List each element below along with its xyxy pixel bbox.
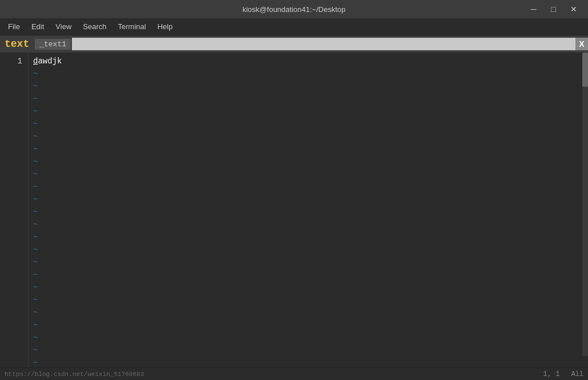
window-title: kiosk@foundation41:~/Desktop bbox=[65, 5, 523, 14]
line-number-empty bbox=[0, 118, 28, 130]
search-bar: text _text1 X bbox=[0, 35, 588, 53]
line-number-empty bbox=[0, 306, 28, 319]
line-number-empty bbox=[0, 155, 28, 168]
menu-edit[interactable]: Edit bbox=[26, 20, 50, 33]
scrollbar[interactable] bbox=[582, 53, 588, 356]
line-number-empty bbox=[0, 105, 28, 118]
tilde-20: ~ bbox=[33, 306, 583, 319]
search-close-button[interactable]: X bbox=[575, 38, 588, 50]
menu-help[interactable]: Help bbox=[152, 20, 179, 33]
code-line-1: dawdjk bbox=[33, 55, 583, 67]
tilde-24: ~ bbox=[33, 357, 583, 367]
search-input[interactable] bbox=[72, 38, 575, 50]
line-number-empty bbox=[0, 256, 28, 269]
line-number-empty bbox=[0, 181, 28, 193]
window-controls: ─ □ ✕ bbox=[523, 0, 583, 18]
tilde-23: ~ bbox=[33, 344, 583, 357]
tilde-18: ~ bbox=[33, 281, 583, 294]
line-number-empty bbox=[0, 168, 28, 181]
line-number-empty bbox=[0, 80, 28, 93]
tilde-16: ~ bbox=[33, 256, 583, 269]
menu-terminal[interactable]: Terminal bbox=[112, 20, 152, 33]
tilde-2: ~ bbox=[33, 80, 583, 93]
tilde-9: ~ bbox=[33, 168, 583, 181]
search-label: text bbox=[0, 38, 34, 50]
line-number-empty bbox=[0, 243, 28, 256]
line-number-empty bbox=[0, 231, 28, 243]
line-number-empty bbox=[0, 143, 28, 155]
maximize-button[interactable]: □ bbox=[543, 0, 563, 18]
tilde-17: ~ bbox=[33, 269, 583, 281]
line-number-empty bbox=[0, 269, 28, 281]
cursor-position: 1, 1 bbox=[543, 370, 560, 378]
tilde-5: ~ bbox=[33, 118, 583, 130]
tilde-13: ~ bbox=[33, 218, 583, 231]
close-button[interactable]: ✕ bbox=[563, 0, 583, 18]
line-number-empty bbox=[0, 67, 28, 80]
line-numbers: 1 bbox=[0, 53, 29, 367]
line-number-empty bbox=[0, 206, 28, 218]
menu-file[interactable]: File bbox=[2, 20, 26, 33]
terminal-window: kiosk@foundation41:~/Desktop ─ □ ✕ File … bbox=[0, 0, 588, 380]
tilde-4: ~ bbox=[33, 105, 583, 118]
editor-area: 1 bbox=[0, 53, 588, 367]
menu-search[interactable]: Search bbox=[77, 20, 112, 33]
line-number-empty bbox=[0, 294, 28, 306]
line-number-empty bbox=[0, 130, 28, 143]
tilde-3: ~ bbox=[33, 93, 583, 105]
tilde-7: ~ bbox=[33, 143, 583, 155]
tilde-21: ~ bbox=[33, 319, 583, 331]
tilde-1: ~ bbox=[33, 67, 583, 80]
status-url: https://blog.csdn.net/weixin_51769683 bbox=[5, 371, 144, 378]
tilde-14: ~ bbox=[33, 231, 583, 243]
line-number-empty bbox=[0, 331, 28, 344]
line-number-empty bbox=[0, 319, 28, 331]
tilde-12: ~ bbox=[33, 206, 583, 218]
minimize-button[interactable]: ─ bbox=[523, 0, 543, 18]
title-bar: kiosk@foundation41:~/Desktop ─ □ ✕ bbox=[0, 0, 588, 18]
line-number-empty bbox=[0, 281, 28, 294]
tilde-10: ~ bbox=[33, 181, 583, 193]
tilde-8: ~ bbox=[33, 155, 583, 168]
view-mode: All bbox=[571, 370, 583, 378]
tilde-22: ~ bbox=[33, 331, 583, 344]
search-tab[interactable]: _text1 bbox=[35, 39, 71, 50]
status-bar: https://blog.csdn.net/weixin_51769683 1,… bbox=[0, 367, 588, 380]
line-number-empty bbox=[0, 344, 28, 357]
line-number-empty bbox=[0, 93, 28, 105]
editor-content[interactable]: dawdjk ~ ~ ~ ~ ~ ~ ~ ~ ~ ~ ~ ~ ~ ~ ~ ~ ~… bbox=[29, 53, 588, 367]
menu-bar: File Edit View Search Terminal Help bbox=[0, 18, 588, 35]
line-number-empty bbox=[0, 193, 28, 206]
line-number-empty bbox=[0, 357, 28, 367]
menu-view[interactable]: View bbox=[50, 20, 77, 33]
tilde-19: ~ bbox=[33, 294, 583, 306]
line-number-empty bbox=[0, 218, 28, 231]
tilde-15: ~ bbox=[33, 243, 583, 256]
scrollbar-thumb[interactable] bbox=[582, 53, 588, 87]
tilde-11: ~ bbox=[33, 193, 583, 206]
line-number-1: 1 bbox=[0, 55, 28, 67]
status-right: 1, 1 All bbox=[543, 370, 583, 378]
tilde-6: ~ bbox=[33, 130, 583, 143]
